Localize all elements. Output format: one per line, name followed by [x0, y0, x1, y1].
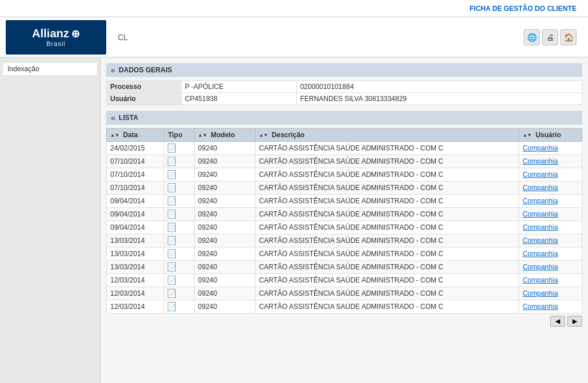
cell-tipo: 📄 — [164, 261, 194, 274]
usuario-value2: FERNANDES SILVA 30813334829 — [296, 93, 582, 105]
cell-usuario[interactable]: Companhia — [519, 155, 582, 168]
dados-gerais-form: Processo P -APÓLICE 02000010101884 Usuár… — [106, 80, 582, 105]
cell-usuario[interactable]: Companhia — [519, 234, 582, 247]
cell-usuario[interactable]: Companhia — [519, 247, 582, 261]
sort-arrows-desc: ▲▼ — [259, 133, 268, 138]
doc-icon[interactable]: 📄 — [168, 262, 176, 272]
globe-icon-button[interactable]: 🌐 — [524, 29, 540, 45]
sidebar-item-indexacao[interactable]: Indexação — [2, 62, 98, 76]
cell-usuario[interactable]: Companhia — [519, 181, 582, 195]
table-row: 12/03/2014📄09240CARTÃO ASSISTÊNCIA SAÚDE… — [107, 287, 582, 300]
cell-descricao: CARTÃO ASSISTÊNCIA SAÚDE ADMINISTRADO - … — [255, 155, 519, 168]
cell-modelo: 09240 — [194, 274, 255, 287]
cell-data: 09/04/2014 — [107, 221, 164, 234]
cell-data: 13/03/2014 — [107, 261, 164, 274]
processo-value2: 02000010101884 — [296, 81, 582, 93]
doc-icon[interactable]: 📄 — [168, 276, 176, 285]
cell-tipo: 📄 — [164, 208, 194, 221]
cell-tipo: 📄 — [164, 181, 194, 195]
cell-modelo: 09240 — [194, 208, 255, 221]
cell-tipo: 📄 — [164, 142, 194, 155]
doc-icon[interactable]: 📄 — [168, 183, 176, 192]
cell-usuario[interactable]: Companhia — [519, 287, 582, 300]
cell-usuario[interactable]: Companhia — [519, 300, 582, 314]
cell-data: 13/03/2014 — [107, 247, 164, 261]
cell-usuario[interactable]: Companhia — [519, 142, 582, 155]
doc-icon[interactable]: 📄 — [168, 289, 176, 298]
cell-modelo: 09240 — [194, 221, 255, 234]
next-page-button[interactable]: ▶ — [567, 316, 582, 327]
lista-title: LISTA — [119, 114, 138, 122]
lista-arrow: « — [111, 113, 115, 122]
cell-data: 09/04/2014 — [107, 208, 164, 221]
cell-data: 12/03/2014 — [107, 287, 164, 300]
cell-tipo: 📄 — [164, 287, 194, 300]
dados-gerais-header: « DADOS GERAIS — [106, 63, 582, 77]
header: Allianz ⊕ Brasil CL 🌐 🖨 🏠 — [0, 17, 588, 57]
content-area: « DADOS GERAIS Processo P -APÓLICE 02000… — [100, 57, 588, 383]
print-icon-button[interactable]: 🖨 — [542, 29, 558, 45]
lista-table: ▲▼ Data Tipo ▲▼ Modelo ▲▼ Descrição — [106, 128, 582, 314]
table-row: 07/10/2014📄09240CARTÃO ASSISTÊNCIA SAÚDE… — [107, 168, 582, 181]
header-cl: CL — [118, 33, 128, 42]
cell-tipo: 📄 — [164, 221, 194, 234]
cell-usuario[interactable]: Companhia — [519, 208, 582, 221]
cell-modelo: 09240 — [194, 195, 255, 208]
col-modelo[interactable]: ▲▼ Modelo — [194, 129, 255, 142]
cell-tipo: 📄 — [164, 155, 194, 168]
doc-icon[interactable]: 📄 — [168, 210, 176, 219]
table-row: 09/04/2014📄09240CARTÃO ASSISTÊNCIA SAÚDE… — [107, 221, 582, 234]
cell-descricao: CARTÃO ASSISTÊNCIA SAÚDE ADMINISTRADO - … — [255, 208, 519, 221]
logo-text: Allianz ⊕ — [32, 27, 80, 40]
cell-usuario[interactable]: Companhia — [519, 261, 582, 274]
cell-modelo: 09240 — [194, 168, 255, 181]
cell-tipo: 📄 — [164, 195, 194, 208]
table-row: 07/10/2014📄09240CARTÃO ASSISTÊNCIA SAÚDE… — [107, 181, 582, 195]
usuario-label: Usuário — [107, 93, 181, 105]
col-data[interactable]: ▲▼ Data — [107, 129, 164, 142]
cell-data: 12/03/2014 — [107, 274, 164, 287]
cell-usuario[interactable]: Companhia — [519, 221, 582, 234]
col-tipo[interactable]: Tipo — [164, 129, 194, 142]
cell-usuario[interactable]: Companhia — [519, 274, 582, 287]
cell-tipo: 📄 — [164, 168, 194, 181]
doc-icon[interactable]: 📄 — [168, 223, 176, 232]
col-usuario[interactable]: ▲▼ Usuário — [519, 129, 582, 142]
sort-arrows-data: ▲▼ — [110, 133, 119, 138]
sort-arrows-modelo: ▲▼ — [198, 133, 207, 138]
home-icon-button[interactable]: 🏠 — [560, 29, 577, 45]
cell-modelo: 09240 — [194, 155, 255, 168]
table-row: 09/04/2014📄09240CARTÃO ASSISTÊNCIA SAÚDE… — [107, 195, 582, 208]
cell-tipo: 📄 — [164, 274, 194, 287]
doc-icon[interactable]: 📄 — [168, 157, 176, 166]
cell-tipo: 📄 — [164, 234, 194, 247]
doc-icon[interactable]: 📄 — [168, 170, 176, 179]
cell-tipo: 📄 — [164, 247, 194, 261]
logo-sub: Brasil — [47, 40, 66, 47]
ficha-link[interactable]: FICHA DE GESTÃO DO CLIENTE — [470, 5, 577, 13]
doc-icon[interactable]: 📄 — [168, 236, 176, 245]
doc-icon[interactable]: 📄 — [168, 249, 176, 258]
processo-label: Processo — [107, 81, 181, 93]
col-descricao[interactable]: ▲▼ Descrição — [255, 129, 519, 142]
cell-descricao: CARTÃO ASSISTÊNCIA SAÚDE ADMINISTRADO - … — [255, 247, 519, 261]
cell-modelo: 09240 — [194, 234, 255, 247]
cell-descricao: CARTÃO ASSISTÊNCIA SAÚDE ADMINISTRADO - … — [255, 287, 519, 300]
table-row: 24/02/2015📄09240CARTÃO ASSISTÊNCIA SAÚDE… — [107, 142, 582, 155]
cell-descricao: CARTÃO ASSISTÊNCIA SAÚDE ADMINISTRADO - … — [255, 261, 519, 274]
cell-modelo: 09240 — [194, 287, 255, 300]
doc-icon[interactable]: 📄 — [168, 302, 176, 311]
prev-page-button[interactable]: ◀ — [550, 316, 565, 327]
table-row: 07/10/2014📄09240CARTÃO ASSISTÊNCIA SAÚDE… — [107, 155, 582, 168]
doc-icon[interactable]: 📄 — [168, 196, 176, 206]
cell-usuario[interactable]: Companhia — [519, 168, 582, 181]
sort-arrows-usuario: ▲▼ — [523, 133, 532, 138]
table-body: 24/02/2015📄09240CARTÃO ASSISTÊNCIA SAÚDE… — [107, 142, 582, 314]
cell-descricao: CARTÃO ASSISTÊNCIA SAÚDE ADMINISTRADO - … — [255, 234, 519, 247]
lista-header: « LISTA — [106, 111, 582, 125]
cell-descricao: CARTÃO ASSISTÊNCIA SAÚDE ADMINISTRADO - … — [255, 168, 519, 181]
cell-descricao: CARTÃO ASSISTÊNCIA SAÚDE ADMINISTRADO - … — [255, 274, 519, 287]
cell-data: 07/10/2014 — [107, 168, 164, 181]
doc-icon[interactable]: 📄 — [168, 144, 176, 153]
cell-usuario[interactable]: Companhia — [519, 195, 582, 208]
